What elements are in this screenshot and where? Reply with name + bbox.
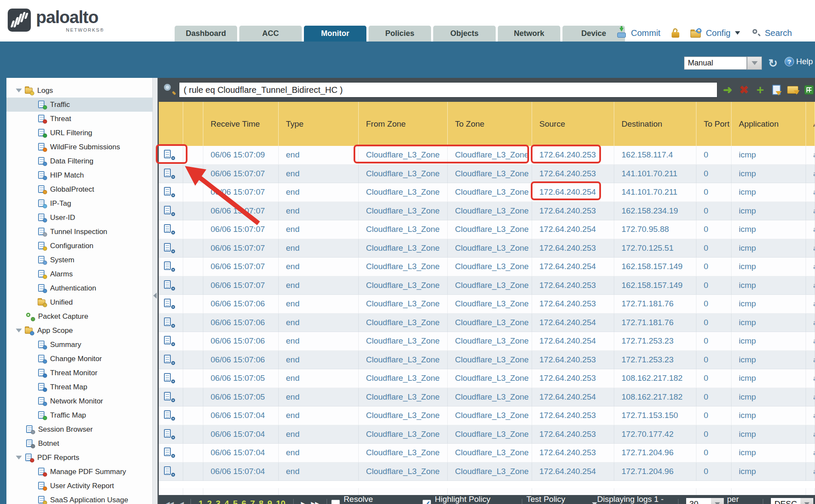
- sidebar-item-user-activity-report[interactable]: User Activity Report: [6, 479, 152, 493]
- source-cell[interactable]: 172.64.240.254: [532, 462, 614, 481]
- sidebar-item-app-scope[interactable]: App Scope: [6, 323, 152, 338]
- destination-cell[interactable]: 172.70.95.88: [614, 220, 696, 239]
- tab-dashboard[interactable]: Dashboard: [175, 26, 237, 42]
- destination-cell[interactable]: 172.71.204.96: [614, 462, 696, 481]
- sidebar-item-tunnel-inspection[interactable]: Tunnel Inspection: [6, 225, 152, 239]
- receive-time-cell[interactable]: 06/06 15:07:04: [203, 444, 279, 462]
- column-header-from-zone[interactable]: From Zone: [359, 102, 448, 146]
- action-cell[interactable]: a: [806, 165, 815, 184]
- type-cell[interactable]: end: [279, 239, 359, 258]
- type-cell[interactable]: end: [279, 462, 359, 481]
- to-zone-cell[interactable]: Cloudflare_L3_Zone: [448, 239, 532, 258]
- to-port-cell[interactable]: 0: [696, 220, 732, 239]
- sidebar-item-user-id[interactable]: User-ID: [6, 210, 152, 225]
- application-cell[interactable]: icmp: [732, 462, 806, 481]
- to-zone-cell[interactable]: Cloudflare_L3_Zone: [448, 220, 532, 239]
- sort-order-select[interactable]: DESC: [771, 498, 813, 504]
- destination-cell[interactable]: 172.71.181.76: [614, 295, 696, 314]
- page-number-6[interactable]: 6: [241, 499, 246, 504]
- to-port-cell[interactable]: 0: [696, 165, 732, 184]
- page-number-2[interactable]: 2: [207, 499, 212, 504]
- config-caret-icon[interactable]: [735, 31, 740, 35]
- page-number-9[interactable]: 9: [268, 499, 272, 504]
- highlight-policy-actions-checkbox[interactable]: [422, 500, 431, 504]
- type-cell[interactable]: end: [279, 388, 359, 407]
- sidebar-item-botnet[interactable]: Botnet: [6, 436, 152, 451]
- page-number-8[interactable]: 8: [259, 499, 264, 504]
- column-header-receive-time[interactable]: Receive Time: [203, 102, 279, 146]
- sidebar-item-globalprotect[interactable]: GlobalProtect: [6, 182, 152, 196]
- source-cell[interactable]: 172.64.240.253: [532, 276, 614, 295]
- column-header-a[interactable]: A: [806, 102, 815, 146]
- tab-device[interactable]: Device: [562, 26, 625, 42]
- load-filter-button[interactable]: [786, 83, 799, 96]
- application-cell[interactable]: icmp: [732, 295, 806, 314]
- action-cell[interactable]: a: [806, 202, 815, 221]
- destination-cell[interactable]: 172.71.153.150: [614, 406, 696, 425]
- source-cell[interactable]: 172.64.240.253: [532, 239, 614, 258]
- sort-order-dropdown-button[interactable]: [800, 498, 813, 504]
- log-detail-icon[interactable]: [164, 187, 175, 197]
- destination-cell[interactable]: 162.158.117.4: [614, 146, 696, 165]
- sidebar-item-threat[interactable]: Threat: [6, 112, 152, 126]
- destination-cell[interactable]: 108.162.217.182: [614, 388, 696, 407]
- sidebar-item-traffic[interactable]: Traffic: [6, 98, 152, 112]
- destination-cell[interactable]: 141.101.70.211: [614, 183, 696, 202]
- application-cell[interactable]: icmp: [732, 183, 806, 202]
- log-detail-icon[interactable]: [164, 169, 175, 179]
- sidebar-splitter[interactable]: [152, 78, 158, 504]
- application-cell[interactable]: icmp: [732, 369, 806, 388]
- page-number-4[interactable]: 4: [224, 499, 229, 504]
- to-port-cell[interactable]: 0: [696, 258, 732, 276]
- sidebar-item-manage-pdf-summary[interactable]: Manage PDF Summary: [6, 465, 152, 479]
- action-cell[interactable]: a: [806, 314, 815, 332]
- receive-time-cell[interactable]: 06/06 15:07:04: [203, 406, 279, 425]
- column-header-to-zone[interactable]: To Zone: [448, 102, 532, 146]
- prev-page-button[interactable]: ◀: [179, 500, 183, 504]
- from-zone-cell[interactable]: Cloudflare_L3_Zone: [359, 202, 448, 221]
- per-page-select[interactable]: 30: [686, 498, 724, 504]
- type-cell[interactable]: end: [279, 220, 359, 239]
- help-control[interactable]: ? Help: [785, 57, 813, 66]
- to-port-cell[interactable]: 0: [696, 462, 732, 481]
- log-detail-icon[interactable]: [164, 317, 175, 328]
- to-zone-cell[interactable]: Cloudflare_L3_Zone: [448, 351, 532, 370]
- sidebar-item-session-browser[interactable]: Session Browser: [6, 422, 152, 436]
- page-number-10[interactable]: 10: [276, 499, 286, 504]
- type-cell[interactable]: end: [279, 406, 359, 425]
- action-cell[interactable]: a: [806, 332, 815, 351]
- to-zone-cell[interactable]: Cloudflare_L3_Zone: [448, 369, 532, 388]
- action-cell[interactable]: a: [806, 295, 815, 314]
- log-detail-icon[interactable]: [164, 280, 175, 291]
- to-port-cell[interactable]: 0: [696, 425, 732, 444]
- action-cell[interactable]: a: [806, 406, 815, 425]
- log-detail-icon[interactable]: [164, 336, 175, 346]
- page-number-1[interactable]: 1: [199, 499, 203, 504]
- tab-monitor[interactable]: Monitor: [304, 26, 366, 42]
- clear-filter-button[interactable]: ✖: [738, 83, 750, 96]
- type-cell[interactable]: end: [279, 351, 359, 370]
- action-cell[interactable]: a: [806, 183, 815, 202]
- to-port-cell[interactable]: 0: [696, 369, 732, 388]
- filter-builder-button[interactable]: [770, 83, 783, 96]
- test-policy-caret-icon[interactable]: [592, 502, 597, 504]
- receive-time-cell[interactable]: 06/06 15:07:07: [203, 258, 279, 276]
- action-cell[interactable]: a: [806, 444, 815, 462]
- from-zone-cell[interactable]: Cloudflare_L3_Zone: [359, 295, 448, 314]
- column-header-to-port[interactable]: To Port: [696, 102, 732, 146]
- to-port-cell[interactable]: 0: [696, 314, 732, 332]
- receive-time-cell[interactable]: 06/06 15:07:07: [203, 276, 279, 295]
- to-port-cell[interactable]: 0: [696, 406, 732, 425]
- page-number-3[interactable]: 3: [216, 499, 220, 504]
- application-cell[interactable]: icmp: [732, 165, 806, 184]
- destination-cell[interactable]: 162.158.157.149: [614, 258, 696, 276]
- to-zone-cell[interactable]: Cloudflare_L3_Zone: [448, 183, 532, 202]
- destination-cell[interactable]: 108.162.217.182: [614, 369, 696, 388]
- sidebar-item-wildfire-submissions[interactable]: WildFire Submissions: [6, 140, 152, 154]
- application-cell[interactable]: icmp: [732, 146, 806, 165]
- sidebar-item-threat-monitor[interactable]: Threat Monitor: [6, 366, 152, 380]
- application-cell[interactable]: icmp: [732, 314, 806, 332]
- log-detail-icon[interactable]: [164, 261, 175, 272]
- receive-time-cell[interactable]: 06/06 15:07:06: [203, 314, 279, 332]
- sidebar-item-network-monitor[interactable]: Network Monitor: [6, 394, 152, 408]
